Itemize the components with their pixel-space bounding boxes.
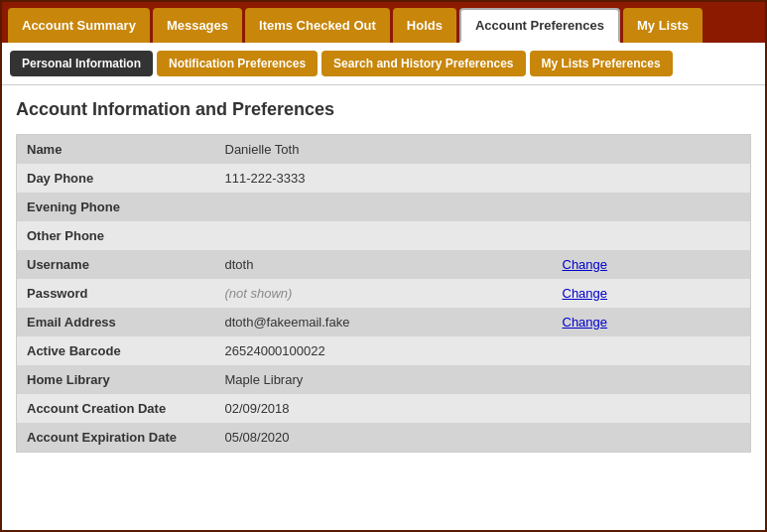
top-nav-tab-holds[interactable]: Holds bbox=[393, 8, 456, 43]
field-label: Evening Phone bbox=[17, 193, 215, 221]
table-row: Account Expiration Date05/08/2020 bbox=[17, 423, 751, 453]
field-action bbox=[553, 221, 751, 250]
table-row: Day Phone111-222-3333 bbox=[17, 164, 751, 193]
sub-nav-tab-personal-information[interactable]: Personal Information bbox=[10, 51, 153, 76]
field-action bbox=[553, 135, 751, 165]
field-label: Name bbox=[17, 135, 215, 165]
table-row: Other Phone bbox=[17, 221, 751, 250]
table-row: NameDanielle Toth bbox=[17, 135, 751, 165]
field-label: Account Expiration Date bbox=[17, 423, 215, 453]
field-value: dtoth bbox=[215, 250, 553, 279]
table-row: UsernamedtothChange bbox=[17, 250, 751, 279]
field-value: 26524000100022 bbox=[215, 336, 553, 365]
main-content: Account Information and Preferences Name… bbox=[2, 85, 765, 466]
field-label: Other Phone bbox=[17, 221, 215, 250]
table-row: Home LibraryMaple Library bbox=[17, 365, 751, 394]
field-value: 05/08/2020 bbox=[215, 423, 553, 453]
change-link[interactable]: Change bbox=[563, 315, 608, 330]
field-value: dtoth@fakeemail.fake bbox=[215, 308, 553, 336]
field-action: Change bbox=[553, 250, 751, 279]
field-value: Danielle Toth bbox=[215, 135, 553, 165]
field-value: 111-222-3333 bbox=[215, 164, 553, 193]
table-row: Password(not shown)Change bbox=[17, 279, 751, 308]
field-label: Username bbox=[17, 250, 215, 279]
sub-nav-tab-my-lists-preferences[interactable]: My Lists Preferences bbox=[530, 51, 673, 76]
field-label: Account Creation Date bbox=[17, 394, 215, 423]
page-title: Account Information and Preferences bbox=[16, 99, 751, 120]
field-label: Password bbox=[17, 279, 215, 308]
change-link[interactable]: Change bbox=[563, 286, 608, 301]
table-row: Email Addressdtoth@fakeemail.fakeChange bbox=[17, 308, 751, 336]
field-action bbox=[553, 423, 751, 453]
field-action bbox=[553, 336, 751, 365]
top-nav-tab-account-summary[interactable]: Account Summary bbox=[8, 8, 150, 43]
field-value bbox=[215, 221, 553, 250]
field-action: Change bbox=[553, 279, 751, 308]
change-link[interactable]: Change bbox=[563, 257, 608, 272]
table-row: Evening Phone bbox=[17, 193, 751, 221]
field-label: Email Address bbox=[17, 308, 215, 336]
top-nav-tab-messages[interactable]: Messages bbox=[153, 8, 242, 43]
app-container: Account SummaryMessagesItems Checked Out… bbox=[0, 0, 767, 532]
top-nav-tab-my-lists[interactable]: My Lists bbox=[623, 8, 703, 43]
field-action bbox=[553, 365, 751, 394]
field-action bbox=[553, 394, 751, 423]
field-value bbox=[215, 193, 553, 221]
field-value: 02/09/2018 bbox=[215, 394, 553, 423]
field-action bbox=[553, 193, 751, 221]
top-nav-tab-account-preferences[interactable]: Account Preferences bbox=[459, 8, 620, 43]
field-label: Day Phone bbox=[17, 164, 215, 193]
field-action bbox=[553, 164, 751, 193]
sub-nav-tab-notification-preferences[interactable]: Notification Preferences bbox=[157, 51, 318, 76]
field-value: Maple Library bbox=[215, 365, 553, 394]
top-nav: Account SummaryMessagesItems Checked Out… bbox=[2, 2, 765, 43]
field-action: Change bbox=[553, 308, 751, 336]
sub-nav-tab-search-history-preferences[interactable]: Search and History Preferences bbox=[321, 51, 525, 76]
top-nav-tab-items-checked-out[interactable]: Items Checked Out bbox=[245, 8, 390, 43]
table-row: Account Creation Date02/09/2018 bbox=[17, 394, 751, 423]
info-table: NameDanielle TothDay Phone111-222-3333Ev… bbox=[16, 134, 751, 453]
sub-nav: Personal InformationNotification Prefere… bbox=[2, 43, 765, 85]
field-value: (not shown) bbox=[215, 279, 553, 308]
table-row: Active Barcode26524000100022 bbox=[17, 336, 751, 365]
field-label: Home Library bbox=[17, 365, 215, 394]
field-label: Active Barcode bbox=[17, 336, 215, 365]
